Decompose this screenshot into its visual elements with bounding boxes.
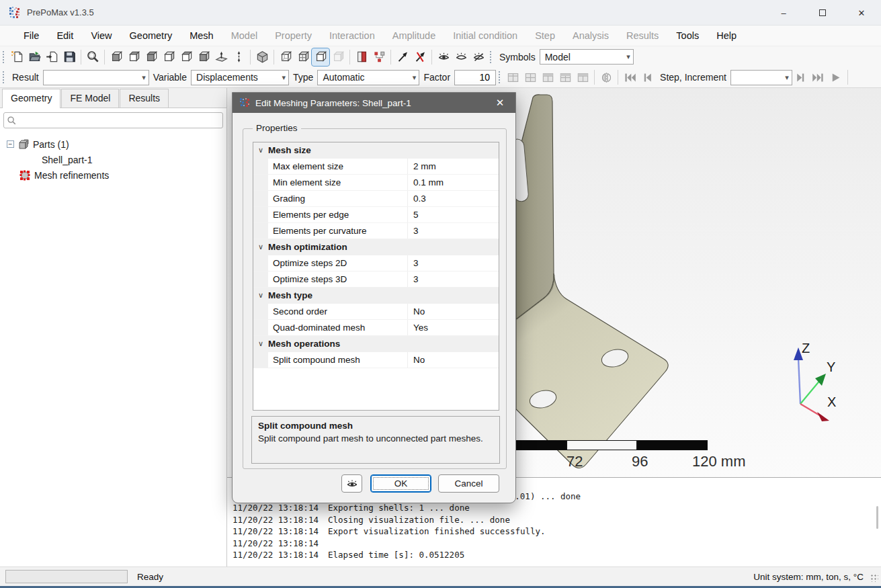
ok-button[interactable]: OK: [370, 474, 431, 493]
hide-button[interactable]: [470, 48, 487, 66]
toolbar-grip[interactable]: [2, 50, 5, 64]
section-view-button[interactable]: [353, 48, 370, 66]
menu-tools[interactable]: Tools: [667, 27, 708, 44]
view-top-button[interactable]: [177, 48, 195, 66]
toolbar-grip[interactable]: [498, 71, 501, 84]
menu-property[interactable]: Property: [266, 27, 321, 44]
tab-results[interactable]: Results: [120, 89, 169, 108]
import-file-button[interactable]: [43, 48, 60, 66]
grid-category[interactable]: ∨Mesh size: [253, 142, 499, 159]
last-increment-button[interactable]: [810, 69, 827, 86]
grid-row[interactable]: Elements per curvature3: [253, 223, 499, 239]
grid-row[interactable]: Split compound meshNo: [253, 352, 499, 368]
mirror-results-button[interactable]: [597, 69, 615, 86]
minimize-button[interactable]: –: [764, 0, 803, 26]
grid-category[interactable]: ∨Mesh type: [253, 288, 499, 304]
property-value[interactable]: 0.1 mm: [408, 175, 499, 190]
view-back-button[interactable]: [125, 48, 142, 66]
contour-settings-button[interactable]: [574, 69, 591, 86]
toolbar-grip[interactable]: [2, 71, 5, 84]
play-animation-button[interactable]: [827, 69, 845, 86]
view-left-button[interactable]: [142, 48, 160, 66]
view-front-button[interactable]: [108, 48, 125, 66]
preview-button[interactable]: [341, 474, 362, 493]
toolbar-grip[interactable]: [489, 50, 492, 64]
view-bottom-button[interactable]: [195, 48, 212, 66]
menu-step[interactable]: Step: [526, 27, 564, 44]
menu-edit[interactable]: Edit: [48, 27, 82, 44]
menu-mesh[interactable]: Mesh: [181, 27, 222, 44]
tab-geometry[interactable]: Geometry: [2, 89, 60, 108]
open-file-button[interactable]: [26, 48, 43, 66]
resize-grip[interactable]: [870, 574, 878, 582]
step-increment-select[interactable]: ▾: [730, 70, 792, 85]
property-value[interactable]: No: [408, 352, 499, 368]
grid-row[interactable]: Quad-dominated meshYes: [253, 320, 499, 336]
deformed-geometry-button[interactable]: [521, 69, 539, 86]
menu-help[interactable]: Help: [708, 27, 745, 44]
menu-amplitude[interactable]: Amplitude: [384, 27, 444, 44]
menu-model[interactable]: Model: [222, 27, 267, 44]
grid-row[interactable]: Min element size0.1 mm: [253, 175, 499, 191]
remove-annotations-button[interactable]: [411, 48, 429, 66]
dialog-titlebar[interactable]: Edit Meshing Parameters: Shell_part-1 ✕: [233, 93, 515, 113]
property-value[interactable]: 2 mm: [408, 159, 499, 174]
grid-row[interactable]: Optimize steps 2D3: [253, 255, 499, 271]
save-button[interactable]: [60, 48, 78, 66]
property-value[interactable]: 3: [408, 271, 499, 287]
view-normal-to-button[interactable]: [212, 48, 230, 66]
maximize-button[interactable]: [803, 0, 842, 26]
log-scrollbar[interactable]: [874, 479, 880, 565]
close-button[interactable]: ✕: [842, 0, 881, 26]
previous-increment-button[interactable]: [638, 69, 656, 86]
menu-results[interactable]: Results: [618, 27, 667, 44]
show-transparent-button[interactable]: [452, 48, 470, 66]
contour-plot-button[interactable]: [556, 69, 574, 86]
view-isometric-button[interactable]: [253, 48, 271, 66]
menu-geometry[interactable]: Geometry: [121, 27, 181, 44]
type-select[interactable]: Automatic▾: [317, 70, 419, 85]
symbols-select[interactable]: Model▾: [540, 49, 634, 65]
property-value[interactable]: No: [408, 304, 499, 319]
menu-analysis[interactable]: Analysis: [564, 27, 618, 44]
grid-category[interactable]: ∨Mesh optimization: [253, 239, 499, 255]
undeformed-geometry-button[interactable]: [504, 69, 521, 86]
tree-item-shell-part[interactable]: Shell_part-1: [7, 152, 224, 167]
elements-edges-view-button[interactable]: [294, 48, 312, 66]
solid-view-button[interactable]: [312, 48, 329, 66]
menu-file[interactable]: File: [15, 27, 48, 44]
menu-interaction[interactable]: Interaction: [321, 27, 384, 44]
exploded-view-button[interactable]: [370, 48, 388, 66]
property-value[interactable]: 5: [408, 207, 499, 222]
new-file-button[interactable]: [8, 48, 26, 66]
factor-input[interactable]: [454, 70, 496, 85]
first-increment-button[interactable]: [621, 69, 638, 86]
property-value[interactable]: 3: [408, 255, 499, 271]
tree-item-mesh-refinements[interactable]: Mesh refinements: [7, 167, 224, 183]
result-select[interactable]: ▾: [43, 70, 149, 85]
variable-select[interactable]: Displacements▾: [191, 70, 289, 85]
menu-view[interactable]: View: [82, 27, 120, 44]
tab-fe-model[interactable]: FE Model: [61, 89, 119, 108]
property-grid[interactable]: ∨Mesh sizeMax element size2 mmMin elemen…: [253, 142, 499, 411]
grid-category[interactable]: ∨Mesh operations: [253, 336, 499, 352]
search-box[interactable]: [3, 112, 223, 128]
grid-row[interactable]: Grading0.3: [253, 191, 499, 207]
view-right-button[interactable]: [160, 48, 177, 66]
deformed-with-undeformed-button[interactable]: [539, 69, 556, 86]
model-edges-view-button[interactable]: [329, 48, 347, 66]
grid-row[interactable]: Second orderNo: [253, 304, 499, 320]
dialog-close-icon[interactable]: ✕: [491, 97, 509, 109]
tree-item-parts[interactable]: − Parts (1): [7, 136, 224, 152]
cancel-button[interactable]: Cancel: [438, 474, 499, 493]
grid-row[interactable]: Max element size2 mm: [253, 159, 499, 175]
grid-row[interactable]: Optimize steps 3D3: [253, 271, 499, 288]
grid-row[interactable]: Elements per edge5: [253, 207, 499, 223]
property-value[interactable]: 0.3: [408, 191, 499, 206]
rotate-axis-button[interactable]: [230, 48, 247, 66]
wireframe-view-button[interactable]: [277, 48, 294, 66]
property-value[interactable]: Yes: [408, 320, 499, 335]
query-button[interactable]: [394, 48, 411, 66]
search-input[interactable]: [19, 116, 220, 126]
collapse-icon[interactable]: −: [7, 140, 14, 148]
